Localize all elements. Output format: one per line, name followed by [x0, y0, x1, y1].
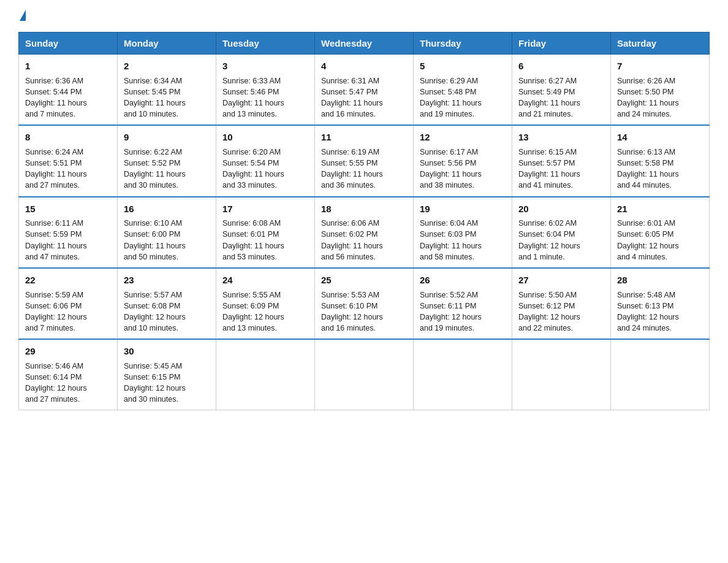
calendar-cell: 23Sunrise: 5:57 AMSunset: 6:08 PMDayligh… [118, 268, 216, 339]
day-info: Sunrise: 6:11 AMSunset: 5:59 PMDaylight:… [25, 218, 111, 262]
calendar-cell [315, 339, 414, 410]
day-info: Sunrise: 6:27 AMSunset: 5:49 PMDaylight:… [518, 75, 604, 120]
day-number: 15 [25, 202, 111, 216]
calendar-cell: 29Sunrise: 5:46 AMSunset: 6:14 PMDayligh… [19, 339, 118, 410]
logo-triangle-icon [20, 10, 26, 21]
day-info: Sunrise: 6:20 AMSunset: 5:54 PMDaylight:… [222, 147, 308, 191]
day-info: Sunrise: 5:46 AMSunset: 6:14 PMDaylight:… [25, 361, 111, 405]
day-info: Sunrise: 6:34 AMSunset: 5:45 PMDaylight:… [124, 75, 210, 120]
calendar-week-row: 22Sunrise: 5:59 AMSunset: 6:06 PMDayligh… [19, 268, 710, 339]
day-number: 7 [617, 59, 703, 73]
day-info: Sunrise: 6:36 AMSunset: 5:44 PMDaylight:… [25, 75, 111, 120]
calendar-week-row: 29Sunrise: 5:46 AMSunset: 6:14 PMDayligh… [19, 339, 710, 410]
calendar-cell: 1Sunrise: 6:36 AMSunset: 5:44 PMDaylight… [19, 55, 118, 126]
day-number: 3 [222, 59, 308, 73]
calendar-cell: 21Sunrise: 6:01 AMSunset: 6:05 PMDayligh… [611, 197, 710, 268]
day-number: 24 [222, 274, 308, 287]
calendar-cell: 12Sunrise: 6:17 AMSunset: 5:56 PMDayligh… [414, 125, 512, 196]
day-number: 20 [518, 202, 604, 216]
column-header-tuesday: Tuesday [216, 33, 315, 55]
day-number: 23 [124, 274, 210, 287]
day-number: 25 [321, 274, 407, 287]
day-info: Sunrise: 6:02 AMSunset: 6:04 PMDaylight:… [518, 218, 604, 262]
calendar-table: SundayMondayTuesdayWednesdayThursdayFrid… [18, 32, 710, 410]
day-info: Sunrise: 6:15 AMSunset: 5:57 PMDaylight:… [518, 147, 604, 191]
day-info: Sunrise: 5:59 AMSunset: 6:06 PMDaylight:… [25, 289, 111, 334]
day-info: Sunrise: 6:10 AMSunset: 6:00 PMDaylight:… [124, 218, 210, 262]
day-number: 22 [25, 274, 111, 287]
day-info: Sunrise: 6:04 AMSunset: 6:03 PMDaylight:… [420, 218, 506, 262]
calendar-cell: 27Sunrise: 5:50 AMSunset: 6:12 PMDayligh… [512, 268, 611, 339]
day-number: 16 [124, 202, 210, 216]
day-info: Sunrise: 6:19 AMSunset: 5:55 PMDaylight:… [321, 147, 407, 191]
calendar-cell: 19Sunrise: 6:04 AMSunset: 6:03 PMDayligh… [414, 197, 512, 268]
day-number: 5 [420, 59, 506, 73]
day-info: Sunrise: 5:52 AMSunset: 6:11 PMDaylight:… [420, 289, 506, 334]
day-info: Sunrise: 6:17 AMSunset: 5:56 PMDaylight:… [420, 147, 506, 191]
calendar-cell: 3Sunrise: 6:33 AMSunset: 5:46 PMDaylight… [216, 55, 315, 126]
calendar-cell: 6Sunrise: 6:27 AMSunset: 5:49 PMDaylight… [512, 55, 611, 126]
day-number: 6 [518, 59, 604, 73]
column-header-thursday: Thursday [414, 33, 512, 55]
day-number: 4 [321, 59, 407, 73]
calendar-cell: 20Sunrise: 6:02 AMSunset: 6:04 PMDayligh… [512, 197, 611, 268]
calendar-cell: 28Sunrise: 5:48 AMSunset: 6:13 PMDayligh… [611, 268, 710, 339]
calendar-cell: 17Sunrise: 6:08 AMSunset: 6:01 PMDayligh… [216, 197, 315, 268]
day-number: 30 [124, 345, 210, 358]
calendar-cell: 18Sunrise: 6:06 AMSunset: 6:02 PMDayligh… [315, 197, 414, 268]
calendar-cell: 11Sunrise: 6:19 AMSunset: 5:55 PMDayligh… [315, 125, 414, 196]
day-info: Sunrise: 6:24 AMSunset: 5:51 PMDaylight:… [25, 147, 111, 191]
day-number: 8 [25, 131, 111, 144]
column-header-saturday: Saturday [611, 33, 710, 55]
calendar-cell: 5Sunrise: 6:29 AMSunset: 5:48 PMDaylight… [414, 55, 512, 126]
day-number: 28 [617, 274, 703, 287]
day-number: 19 [420, 202, 506, 216]
day-number: 12 [420, 131, 506, 144]
calendar-cell: 13Sunrise: 6:15 AMSunset: 5:57 PMDayligh… [512, 125, 611, 196]
column-header-wednesday: Wednesday [315, 33, 414, 55]
day-info: Sunrise: 6:01 AMSunset: 6:05 PMDaylight:… [617, 218, 703, 262]
calendar-cell [414, 339, 512, 410]
calendar-cell: 7Sunrise: 6:26 AMSunset: 5:50 PMDaylight… [611, 55, 710, 126]
calendar-cell: 16Sunrise: 6:10 AMSunset: 6:00 PMDayligh… [118, 197, 216, 268]
calendar-cell: 25Sunrise: 5:53 AMSunset: 6:10 PMDayligh… [315, 268, 414, 339]
day-number: 1 [25, 59, 111, 73]
logo [18, 12, 26, 21]
calendar-week-row: 8Sunrise: 6:24 AMSunset: 5:51 PMDaylight… [19, 125, 710, 196]
calendar-cell: 8Sunrise: 6:24 AMSunset: 5:51 PMDaylight… [19, 125, 118, 196]
day-number: 18 [321, 202, 407, 216]
calendar-cell: 15Sunrise: 6:11 AMSunset: 5:59 PMDayligh… [19, 197, 118, 268]
calendar-cell [216, 339, 315, 410]
column-header-friday: Friday [512, 33, 611, 55]
calendar-cell: 4Sunrise: 6:31 AMSunset: 5:47 PMDaylight… [315, 55, 414, 126]
day-number: 10 [222, 131, 308, 144]
day-info: Sunrise: 5:48 AMSunset: 6:13 PMDaylight:… [617, 289, 703, 334]
day-info: Sunrise: 6:06 AMSunset: 6:02 PMDaylight:… [321, 218, 407, 262]
calendar-cell [512, 339, 611, 410]
day-number: 2 [124, 59, 210, 73]
day-info: Sunrise: 5:50 AMSunset: 6:12 PMDaylight:… [518, 289, 604, 334]
calendar-cell [611, 339, 710, 410]
day-number: 11 [321, 131, 407, 144]
day-info: Sunrise: 6:13 AMSunset: 5:58 PMDaylight:… [617, 147, 703, 191]
calendar-cell: 9Sunrise: 6:22 AMSunset: 5:52 PMDaylight… [118, 125, 216, 196]
calendar-cell: 30Sunrise: 5:45 AMSunset: 6:15 PMDayligh… [118, 339, 216, 410]
day-info: Sunrise: 6:29 AMSunset: 5:48 PMDaylight:… [420, 75, 506, 120]
day-info: Sunrise: 6:31 AMSunset: 5:47 PMDaylight:… [321, 75, 407, 120]
day-number: 27 [518, 274, 604, 287]
day-info: Sunrise: 5:57 AMSunset: 6:08 PMDaylight:… [124, 289, 210, 334]
calendar-week-row: 15Sunrise: 6:11 AMSunset: 5:59 PMDayligh… [19, 197, 710, 268]
calendar-header-row: SundayMondayTuesdayWednesdayThursdayFrid… [19, 33, 710, 55]
column-header-monday: Monday [118, 33, 216, 55]
day-number: 26 [420, 274, 506, 287]
calendar-cell: 2Sunrise: 6:34 AMSunset: 5:45 PMDaylight… [118, 55, 216, 126]
column-header-sunday: Sunday [19, 33, 118, 55]
day-info: Sunrise: 5:45 AMSunset: 6:15 PMDaylight:… [124, 361, 210, 405]
page-header [18, 12, 710, 21]
day-info: Sunrise: 5:53 AMSunset: 6:10 PMDaylight:… [321, 289, 407, 334]
day-number: 9 [124, 131, 210, 144]
day-number: 21 [617, 202, 703, 216]
day-info: Sunrise: 6:26 AMSunset: 5:50 PMDaylight:… [617, 75, 703, 120]
calendar-cell: 26Sunrise: 5:52 AMSunset: 6:11 PMDayligh… [414, 268, 512, 339]
calendar-cell: 14Sunrise: 6:13 AMSunset: 5:58 PMDayligh… [611, 125, 710, 196]
